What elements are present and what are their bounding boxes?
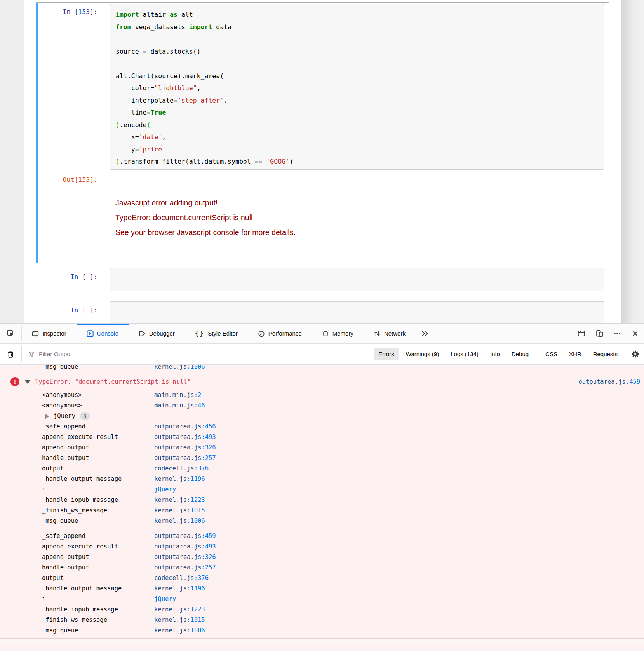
source-link[interactable]: outputarea.js:493	[154, 541, 216, 552]
tab-inspector[interactable]: Inspector	[22, 324, 77, 343]
filter-button-warnings-9[interactable]: Warnings (9)	[402, 348, 443, 360]
filter-icon	[28, 351, 35, 358]
filter-button-logs-134[interactable]: Logs (134)	[446, 348, 483, 360]
filter-button-css[interactable]: CSS	[541, 348, 562, 360]
tab-label: Network	[384, 330, 406, 337]
performance-icon	[258, 330, 265, 337]
stack-function-name: i	[42, 486, 45, 493]
tab-style-editor[interactable]: {} Style Editor	[185, 324, 248, 343]
collapse-arrow-icon[interactable]	[24, 380, 31, 384]
console-output: _msg_queuekernel.js:1006 ! TypeError: "d…	[0, 365, 644, 645]
stack-function-name: _msg_queue	[42, 627, 78, 634]
stack-row: _msg_queuekernel.js:1006	[0, 365, 644, 372]
source-link[interactable]: kernel.js:1006	[154, 625, 205, 636]
input-prompt: In [153]:	[38, 8, 97, 16]
responsive-design-icon	[596, 330, 603, 337]
meatball-menu-icon	[613, 330, 621, 337]
tab-memory[interactable]: Memory	[312, 324, 364, 343]
source-link[interactable]: main.min.js:2	[154, 390, 201, 400]
expand-arrow-icon[interactable]	[45, 414, 49, 419]
clear-console-button[interactable]	[0, 350, 21, 358]
stack-row: <anonymous>main.min.js:46	[0, 400, 644, 411]
stack-row: outputcodecell.js:376	[0, 463, 644, 474]
clipped-stack-row: _msg_queuekernel.js:1006	[0, 365, 644, 372]
devtools-menu-button[interactable]	[608, 324, 626, 343]
more-tools-button[interactable]	[416, 324, 434, 343]
notebook-left-margin	[0, 0, 24, 323]
selected-code-cell[interactable]: In [153]: import altair as altfrom vega_…	[36, 2, 609, 263]
stack-function-name: output	[42, 465, 64, 472]
split-console-button[interactable]	[572, 324, 590, 343]
stack-function-name: append_output	[42, 554, 89, 560]
source-link[interactable]: kernel.js:1223	[154, 604, 205, 615]
stack-row: _safe_appendoutputarea.js:456	[0, 421, 644, 432]
source-link[interactable]: jQuery	[154, 594, 176, 604]
code-lines: import altair as altfrom vega_datasets i…	[116, 9, 600, 168]
stack-row: <anonymous>main.min.js:2	[0, 390, 644, 400]
filter-button-errors[interactable]: Errors	[374, 348, 399, 360]
filter-type-buttons: CSSXHRRequests	[537, 348, 626, 360]
source-link[interactable]: kernel.js:1015	[154, 615, 205, 625]
filter-button-debug[interactable]: Debug	[507, 348, 533, 360]
filter-button-requests[interactable]: Requests	[589, 348, 622, 360]
notebook-scroll-gutter[interactable]	[621, 0, 644, 323]
stack-row: _handle_iopub_messagekernel.js:1223	[0, 604, 644, 615]
source-link[interactable]: kernel.js:1006	[154, 516, 205, 526]
tab-network[interactable]: Network	[364, 324, 416, 343]
stack-row: _handle_output_messagekernel.js:1196	[0, 583, 644, 594]
error-message-text: TypeError: "document.currentScript is nu…	[35, 378, 191, 385]
node-picker-button[interactable]	[0, 324, 21, 343]
source-link[interactable]: kernel.js:1196	[154, 583, 205, 594]
js-error-line: See your browser Javascript console for …	[115, 225, 296, 240]
filter-button-xhr[interactable]: XHR	[565, 348, 586, 360]
stack-row: jQuery3	[0, 411, 644, 421]
tab-console[interactable]: Console	[77, 324, 129, 343]
source-link[interactable]: jQuery	[154, 484, 176, 495]
stack-group-name: jQuery	[54, 411, 75, 421]
console-settings-button[interactable]	[626, 350, 644, 358]
source-link[interactable]: outputarea.js:326	[154, 552, 216, 562]
empty-code-cell-2[interactable]	[110, 301, 604, 323]
source-link[interactable]: kernel.js:1006	[154, 365, 205, 372]
stack-function-name: append_output	[42, 444, 89, 451]
source-link[interactable]: codecell.js:376	[154, 463, 209, 474]
source-link[interactable]: outputarea.js:493	[154, 432, 216, 442]
stack-function-name: append_execute_result	[42, 433, 118, 440]
source-link[interactable]: kernel.js:1223	[154, 495, 205, 505]
source-link[interactable]: outputarea.js:257	[154, 453, 216, 463]
source-link[interactable]: kernel.js:1015	[154, 505, 205, 516]
network-icon	[374, 330, 381, 337]
stack-function-name: <anonymous>	[42, 392, 82, 399]
source-link[interactable]: codecell.js:376	[154, 573, 209, 583]
error-message-row[interactable]: ! TypeError: "document.currentScript is …	[0, 373, 644, 390]
stack-function-name: _handle_iopub_message	[42, 606, 118, 613]
source-link[interactable]: kernel.js:1196	[154, 474, 205, 484]
filter-button-info[interactable]: Info	[486, 348, 504, 360]
stack-row: append_outputoutputarea.js:326	[0, 552, 644, 562]
tab-performance[interactable]: Performance	[248, 324, 312, 343]
stack-function-name: _finish_ws_message	[42, 616, 107, 623]
source-link[interactable]: outputarea.js:459	[154, 531, 216, 541]
source-link[interactable]: main.min.js:46	[154, 400, 205, 411]
source-link[interactable]: outputarea.js:456	[154, 421, 216, 432]
toolbar-separator	[21, 346, 22, 362]
tab-debugger[interactable]: Debugger	[129, 324, 185, 343]
tabbar-spacer	[434, 324, 572, 343]
error-icon: !	[10, 377, 19, 386]
stack-row: handle_outputoutputarea.js:257	[0, 562, 644, 573]
source-link[interactable]: outputarea.js:326	[154, 442, 216, 453]
stack-function-name: output	[42, 574, 64, 581]
source-file: outputarea.js	[578, 378, 625, 385]
stack-function-name: append_execute_result	[42, 543, 118, 550]
responsive-design-button[interactable]	[590, 324, 608, 343]
error-source-link[interactable]: outputarea.js:459	[578, 378, 640, 385]
code-editor[interactable]: import altair as altfrom vega_datasets i…	[110, 4, 604, 170]
stack-row: append_execute_resultoutputarea.js:493	[0, 541, 644, 552]
stack-function-name: _finish_ws_message	[42, 507, 107, 514]
filter-input[interactable]: Filter Output	[39, 351, 140, 358]
style-editor-icon: {}	[195, 330, 204, 338]
close-devtools-button[interactable]	[626, 324, 644, 343]
stack-function-name: _handle_output_message	[42, 585, 122, 592]
empty-code-cell-1[interactable]	[110, 268, 604, 291]
source-link[interactable]: outputarea.js:257	[154, 562, 216, 573]
